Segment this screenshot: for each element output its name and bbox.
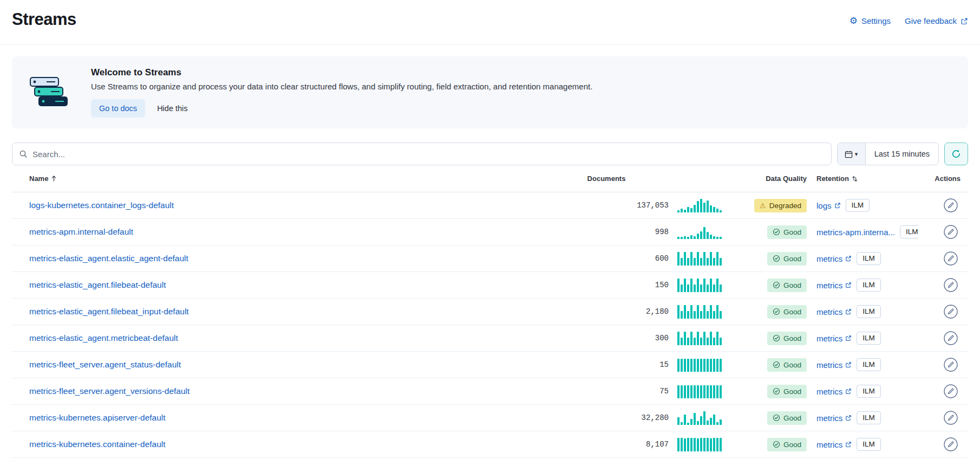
data-quality-cell: Good: [742, 385, 807, 398]
retention-policy-link[interactable]: logs: [816, 201, 841, 210]
retention-policy-link[interactable]: metrics: [816, 360, 852, 370]
retention-policy-link[interactable]: metrics: [816, 307, 852, 316]
retention-policy-link[interactable]: metrics: [816, 254, 852, 263]
spark-bar: [716, 305, 718, 319]
retention-policy-link[interactable]: metrics: [816, 387, 852, 396]
sort-ascending-icon: [51, 176, 57, 182]
settings-link[interactable]: ⚙ Settings: [850, 16, 891, 25]
ilm-badge: ILM: [857, 252, 881, 265]
check-circle-icon: [773, 255, 780, 262]
spark-bar: [716, 209, 718, 212]
column-header-retention[interactable]: Retention: [807, 174, 918, 183]
spark-bar: [713, 338, 715, 345]
spark-bar: [694, 359, 696, 372]
stream-name-link[interactable]: logs-kubernetes.container_logs-default: [29, 201, 174, 210]
spark-bar: [681, 422, 683, 425]
retention-cell: metrics ILM: [807, 252, 918, 265]
spark-bar: [694, 236, 696, 239]
sparkline-cell: [669, 199, 742, 212]
edit-stream-button[interactable]: [943, 331, 958, 346]
spark-bar: [710, 418, 712, 425]
table-body: logs-kubernetes.container_logs-default 1…: [12, 192, 968, 458]
spark-bar: [700, 359, 702, 372]
stream-name-link[interactable]: metrics-elastic_agent.metricbeat-default: [29, 333, 178, 342]
edit-stream-button[interactable]: [943, 410, 958, 425]
spark-bar: [697, 279, 699, 292]
spark-bar: [687, 359, 689, 372]
stream-name-link[interactable]: metrics-fleet_server.agent_versions-defa…: [29, 386, 190, 396]
spark-bar: [681, 438, 683, 451]
table-header: Name Documents Data Quality Retention Ac…: [12, 165, 968, 192]
spark-bar: [710, 385, 712, 398]
table-row: metrics-kubernetes.container-default 8,1…: [12, 431, 968, 458]
column-header-name[interactable]: Name: [18, 174, 544, 183]
spark-bar: [703, 332, 705, 345]
refresh-button[interactable]: [944, 143, 968, 165]
search-input[interactable]: [32, 150, 825, 159]
spark-bar: [697, 332, 699, 345]
spark-bar: [697, 201, 699, 212]
spark-bar: [690, 385, 692, 398]
retention-cell: metrics ILM: [807, 358, 918, 371]
spark-bar: [707, 359, 709, 372]
stream-name-link[interactable]: metrics-kubernetes.apiserver-default: [29, 413, 166, 422]
edit-stream-button[interactable]: [943, 198, 958, 213]
spark-bar: [716, 385, 718, 398]
hide-this-button[interactable]: Hide this: [157, 104, 187, 113]
calendar-menu-button[interactable]: ▾: [838, 143, 866, 165]
spark-bar: [687, 385, 689, 398]
quality-label: Degraded: [769, 202, 801, 210]
retention-policy-link[interactable]: metrics: [816, 334, 852, 343]
edit-icon: [943, 410, 958, 425]
spark-bar: [720, 419, 722, 425]
edit-stream-button[interactable]: [943, 357, 958, 372]
give-feedback-link[interactable]: Give feedback: [905, 16, 968, 25]
documents-count: 137,053: [544, 201, 669, 210]
spark-bar: [697, 234, 699, 239]
spark-bar: [710, 205, 712, 212]
data-quality-badge-good: Good: [767, 332, 807, 345]
spark-bar: [697, 421, 699, 424]
time-range-label[interactable]: Last 15 minutes: [866, 143, 938, 165]
go-to-docs-button[interactable]: Go to docs: [91, 99, 145, 118]
edit-stream-button[interactable]: [943, 277, 958, 293]
spark-bar: [677, 359, 680, 372]
spark-bar: [694, 258, 696, 266]
stream-name-link[interactable]: metrics-apm.internal-default: [29, 227, 133, 236]
spark-bar: [684, 415, 686, 425]
edit-stream-button[interactable]: [943, 304, 958, 319]
retention-policy-link[interactable]: metrics: [816, 440, 852, 449]
spark-bar: [716, 237, 718, 238]
edit-stream-button[interactable]: [943, 384, 958, 399]
actions-cell: [918, 331, 962, 346]
spark-bar: [684, 305, 686, 319]
documents-sparkline: [677, 199, 723, 212]
stream-name-link[interactable]: metrics-fleet_server.agent_status-defaul…: [29, 360, 181, 369]
spark-bar: [684, 252, 686, 266]
ilm-badge: ILM: [857, 358, 881, 371]
retention-policy-link[interactable]: metrics: [816, 413, 852, 423]
page-header: Streams ⚙ Settings Give feedback: [0, 0, 980, 44]
retention-policy-link[interactable]: metrics: [816, 281, 852, 290]
welcome-panel: Welcome to Streams Use Streams to organi…: [12, 56, 968, 128]
retention-policy-link[interactable]: metrics-apm.interna...: [816, 228, 895, 237]
spark-bar: [677, 332, 680, 345]
edit-stream-button[interactable]: [943, 224, 958, 240]
data-quality-badge-good: Good: [767, 358, 807, 372]
spark-bar: [716, 332, 718, 345]
spark-bar: [703, 203, 705, 212]
stream-name-link[interactable]: metrics-elastic_agent.filebeat-default: [29, 280, 166, 289]
data-quality-badge-good: Good: [767, 411, 807, 425]
stream-name-link[interactable]: metrics-kubernetes.container-default: [29, 439, 166, 449]
spark-bar: [707, 385, 709, 398]
edit-stream-button[interactable]: [943, 251, 958, 266]
spark-bar: [713, 236, 715, 239]
edit-stream-button[interactable]: [943, 437, 958, 452]
documents-count: 75: [544, 387, 669, 396]
spark-bar: [684, 385, 686, 398]
stream-name-link[interactable]: metrics-elastic_agent.filebeat_input-def…: [29, 307, 189, 316]
spark-bar: [713, 311, 715, 319]
stream-name-link[interactable]: metrics-elastic_agent.elastic_agent-defa…: [29, 254, 188, 263]
actions-cell: [918, 304, 962, 319]
give-feedback-label: Give feedback: [905, 16, 957, 25]
